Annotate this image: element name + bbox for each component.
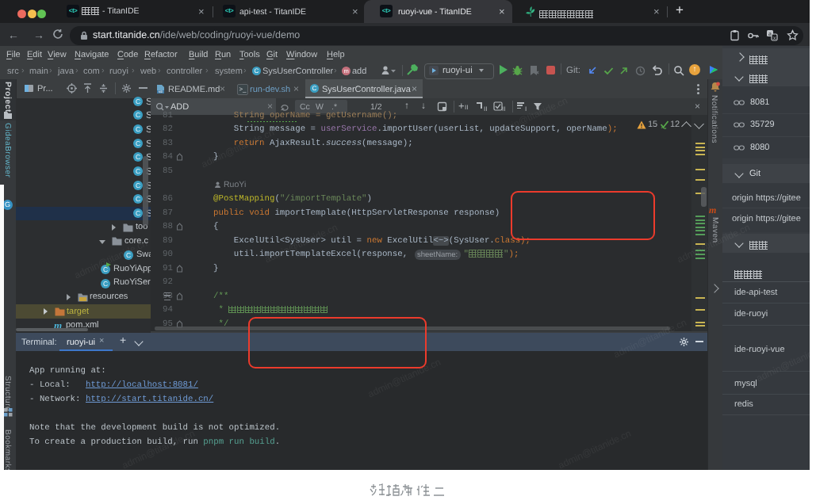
svg-text:MD: MD [159,90,163,94]
